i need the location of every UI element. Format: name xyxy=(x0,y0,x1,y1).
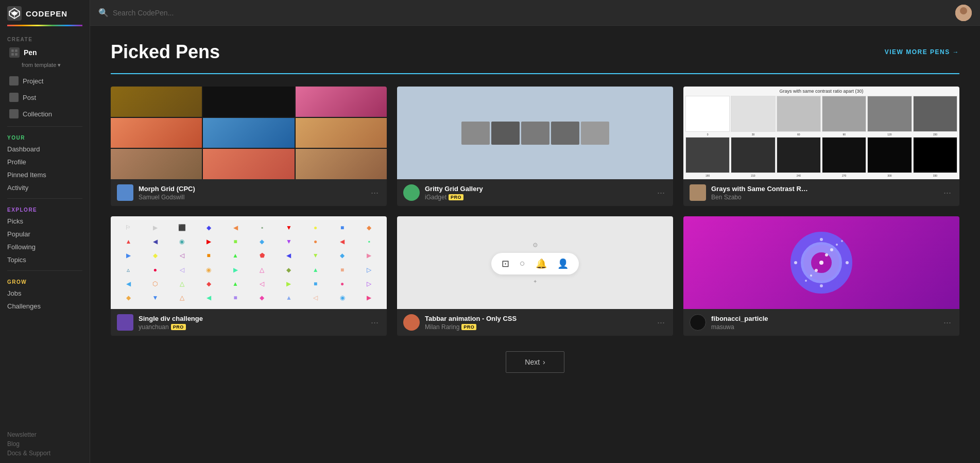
tabbar-bell-icon: 🔔 xyxy=(536,258,547,269)
search-input[interactable] xyxy=(113,9,955,17)
pen-details: Tabbar animation - Only CSS Milan Raring… xyxy=(425,315,655,331)
pen-more-button[interactable]: ··· xyxy=(941,186,953,199)
pro-badge: PRO xyxy=(171,324,186,330)
svg-point-23 xyxy=(820,238,823,241)
divider-3 xyxy=(7,270,82,271)
pen-more-button[interactable]: ··· xyxy=(655,316,667,329)
create-collection-item[interactable]: Collection xyxy=(2,106,88,122)
pen-author: Milan Raring PRO xyxy=(425,323,655,331)
sidebar-item-activity[interactable]: Activity xyxy=(0,181,90,194)
footer-newsletter[interactable]: Newsletter xyxy=(7,431,82,438)
tabbar-circle-icon: ○ xyxy=(520,258,525,269)
pen-details: Morph Grid (CPC) Samuel Godswill xyxy=(139,185,369,201)
svg-point-13 xyxy=(825,253,828,256)
sidebar-item-pinned-items[interactable]: Pinned Items xyxy=(0,168,90,181)
pen-more-button[interactable]: ··· xyxy=(941,316,953,329)
next-arrow-icon: › xyxy=(543,358,545,366)
pen-details: Grays with Same Contrast R… Ben Szabo xyxy=(711,185,941,201)
pen-details: Gritty Grid Gallery iGadget PRO xyxy=(425,185,655,201)
create-pen-button[interactable]: Pen xyxy=(2,44,88,61)
pen-info: Single div challenge yuanchuan PRO ··· xyxy=(111,309,387,336)
create-post-item[interactable]: Post xyxy=(2,90,88,105)
pen-details: Single div challenge yuanchuan PRO xyxy=(139,315,369,331)
gritty-grid-inner xyxy=(457,117,613,149)
view-more-link[interactable]: VIEW MORE PENS → xyxy=(885,48,959,56)
main-area: 🔍 Picked Pens VIEW MORE PENS → xyxy=(90,0,980,463)
cyan-divider xyxy=(111,73,959,74)
pro-badge: PRO xyxy=(461,324,476,330)
pen-author: Samuel Godswill xyxy=(139,194,369,201)
page-title: Picked Pens xyxy=(111,41,220,63)
pen-title: fibonacci_particle xyxy=(711,315,941,322)
content: Picked Pens VIEW MORE PENS → Morph Grid … xyxy=(90,26,980,463)
sidebar-item-following[interactable]: Following xyxy=(0,241,90,253)
sidebar-item-popular[interactable]: Popular xyxy=(0,228,90,241)
divider-2 xyxy=(7,198,82,199)
pen-author-avatar xyxy=(403,314,420,331)
svg-point-12 xyxy=(819,261,823,265)
create-project-item[interactable]: Project xyxy=(2,73,88,89)
pen-thumbnail-gritty-grid xyxy=(397,87,673,179)
pen-title: Morph Grid (CPC) xyxy=(139,185,369,193)
pen-author: Ben Szabo xyxy=(711,194,941,201)
footer-blog[interactable]: Blog xyxy=(7,440,82,448)
pen-card[interactable]: Morph Grid (CPC) Samuel Godswill ··· xyxy=(111,87,387,206)
project-icon xyxy=(9,76,19,85)
svg-rect-7 xyxy=(11,53,14,56)
sidebar-item-challenges[interactable]: Challenges xyxy=(0,300,90,313)
pen-info: Gritty Grid Gallery iGadget PRO ··· xyxy=(397,179,673,206)
pen-card[interactable]: Gritty Grid Gallery iGadget PRO ··· xyxy=(397,87,673,206)
pen-author: masuwa xyxy=(711,323,941,331)
sidebar-item-picks[interactable]: Picks xyxy=(0,215,90,228)
pen-more-button[interactable]: ··· xyxy=(369,316,381,329)
from-template-button[interactable]: from template ▾ xyxy=(0,61,90,73)
svg-point-18 xyxy=(841,240,843,242)
pen-thumbnail-fibonacci xyxy=(683,216,959,309)
pen-info: Morph Grid (CPC) Samuel Godswill ··· xyxy=(111,179,387,206)
svg-point-17 xyxy=(836,244,838,246)
svg-point-15 xyxy=(815,269,818,272)
grays-title: Grays with same contrast ratio apart (30… xyxy=(685,89,957,94)
pen-author-avatar xyxy=(690,184,706,201)
pen-card[interactable]: fibonacci_particle masuwa ··· xyxy=(683,216,959,336)
pen-card[interactable]: Grays with same contrast ratio apart (30… xyxy=(683,87,959,206)
rainbow-bar xyxy=(7,25,82,26)
page-heading-row: Picked Pens VIEW MORE PENS → xyxy=(111,41,959,63)
next-btn-row: Next › xyxy=(111,351,959,373)
avatar[interactable] xyxy=(955,5,972,21)
svg-point-16 xyxy=(810,275,812,277)
sidebar-item-topics[interactable]: Topics xyxy=(0,253,90,266)
sidebar-footer: Newsletter Blog Docs & Support xyxy=(0,423,90,463)
svg-point-19 xyxy=(805,280,807,282)
pen-title: Tabbar animation - Only CSS xyxy=(425,315,655,322)
pen-author-avatar xyxy=(117,314,133,331)
search-icon: 🔍 xyxy=(98,8,109,18)
top-bar: 🔍 xyxy=(90,0,980,26)
pen-author-avatar xyxy=(117,184,133,201)
grays-grid: 0 30 60 90 120 150 180 210 240 270 300 3… xyxy=(685,96,957,177)
pen-author: yuanchuan PRO xyxy=(139,323,369,331)
pen-thumbnail-grays: Grays with same contrast ratio apart (30… xyxy=(683,87,959,179)
codepen-logo-icon xyxy=(7,6,22,21)
pen-info: Tabbar animation - Only CSS Milan Raring… xyxy=(397,309,673,336)
pen-card[interactable]: 🏳 ▶ ⬛ ◆ ◀ ▪ ▼ ● ■ ◆ ▲ ◀ ◉ ▶ ■ ◆ ▼ xyxy=(111,216,387,336)
svg-point-21 xyxy=(794,261,797,264)
tabbar-home-icon: ⊡ xyxy=(502,258,509,269)
pen-more-button[interactable]: ··· xyxy=(655,186,667,199)
pen-label: Pen xyxy=(24,48,37,57)
sidebar-item-profile[interactable]: Profile xyxy=(0,156,90,168)
sidebar-item-jobs[interactable]: Jobs xyxy=(0,287,90,300)
pen-card[interactable]: ⚙ ⊡ ○ 🔔 👤 ✦ Tabbar animation - Only CSS xyxy=(397,216,673,336)
pen-thumbnail-tabbar: ⚙ ⊡ ○ 🔔 👤 ✦ xyxy=(397,216,673,309)
pen-more-button[interactable]: ··· xyxy=(369,186,381,199)
logo-area: CODEPEN xyxy=(0,0,90,25)
logo-text: CODEPEN xyxy=(26,9,67,18)
pen-icon xyxy=(9,47,20,58)
sidebar-item-dashboard[interactable]: Dashboard xyxy=(0,143,90,156)
svg-rect-6 xyxy=(15,49,18,52)
pro-badge: PRO xyxy=(449,194,463,200)
next-button[interactable]: Next › xyxy=(506,351,564,373)
svg-point-14 xyxy=(830,248,833,251)
footer-docs-support[interactable]: Docs & Support xyxy=(7,450,82,457)
svg-point-22 xyxy=(820,284,823,287)
